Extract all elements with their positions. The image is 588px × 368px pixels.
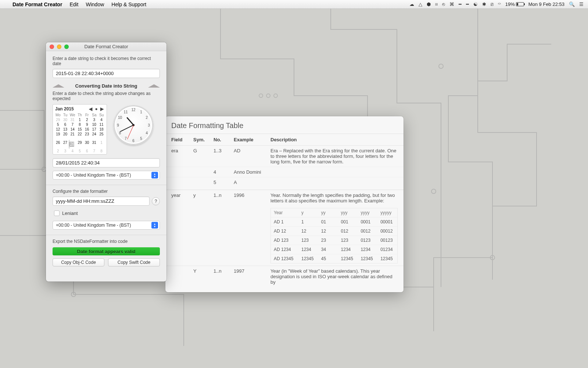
- headphones-icon[interactable]: ⎋: [442, 1, 445, 7]
- copy-objc-button[interactable]: Copy Obj-C Code: [53, 258, 104, 266]
- calendar-day[interactable]: 5: [54, 122, 62, 127]
- calendar-day[interactable]: 19: [54, 132, 62, 137]
- dash2-icon[interactable]: ━: [466, 1, 469, 7]
- era-ex-0: AD: [234, 148, 270, 153]
- display-icon[interactable]: ⎚: [491, 1, 494, 7]
- calendar-next-icon[interactable]: ▶: [100, 106, 104, 112]
- calendar-day[interactable]: 10: [91, 122, 98, 127]
- puzzle-icon[interactable]: ✱: [482, 1, 486, 7]
- timezone-1-value: +00:00 - United Kingdom Time - (BST): [56, 173, 131, 178]
- calendar-day[interactable]: 8: [98, 149, 105, 153]
- clock-numeral: 5: [140, 137, 142, 141]
- dropbox-icon[interactable]: ⬢: [427, 1, 431, 7]
- calendar-day[interactable]: 25: [98, 132, 105, 137]
- calendar-day[interactable]: 2: [54, 149, 62, 153]
- menu-help[interactable]: Help & Support: [111, 1, 146, 7]
- calendar-day[interactable]: 11: [98, 122, 105, 127]
- calendar-day[interactable]: 24: [91, 132, 98, 137]
- date-string-input[interactable]: [53, 69, 160, 78]
- leniant-checkbox[interactable]: [54, 210, 60, 216]
- timezone-select-1[interactable]: +00:00 - United Kingdom Time - (BST) ▲▼: [53, 171, 160, 180]
- snail-icon[interactable]: ☯: [473, 1, 478, 7]
- calendar-day[interactable]: 20: [62, 132, 69, 137]
- calendar-day[interactable]: 13: [62, 127, 69, 132]
- calendar-day[interactable]: 1: [76, 117, 83, 122]
- calendar-today-icon[interactable]: ●: [94, 106, 98, 112]
- calendar-day[interactable]: 29: [54, 117, 62, 122]
- app-menu[interactable]: Date Format Creator: [12, 1, 62, 7]
- calendar-day[interactable]: 26: [54, 137, 62, 149]
- notification-center-icon[interactable]: ☰: [579, 1, 584, 7]
- calendar-picker[interactable]: Jan 2015 ◀ ● ▶ MoTuWeThFrSaSu29303112345…: [53, 104, 107, 155]
- dash1-icon[interactable]: ━: [459, 1, 462, 7]
- calendar-day[interactable]: 14: [69, 127, 76, 132]
- year-desc-cell: Year. Normally the length specifies the …: [270, 192, 398, 263]
- triangle-icon[interactable]: △: [419, 1, 422, 7]
- format-string-input[interactable]: [53, 197, 150, 206]
- calendar-day[interactable]: 23: [83, 132, 91, 137]
- calendar-day[interactable]: 8: [76, 122, 83, 127]
- calendar-day[interactable]: 2: [83, 117, 91, 122]
- copy-swift-button[interactable]: Copy Swift Code: [108, 258, 160, 266]
- close-button[interactable]: [50, 45, 54, 49]
- calendar-day[interactable]: 31: [91, 137, 98, 149]
- year-no: 1..n: [214, 192, 234, 263]
- calendar-day[interactable]: 6: [62, 122, 69, 127]
- help-button[interactable]: ?: [152, 197, 160, 205]
- calendar-day[interactable]: 29: [76, 137, 83, 149]
- calendar-day[interactable]: 4: [69, 149, 76, 153]
- calendar-prev-icon[interactable]: ◀: [88, 106, 93, 112]
- calendar-day[interactable]: 9: [83, 122, 91, 127]
- leniant-label: Leniant: [62, 210, 78, 216]
- menu-edit[interactable]: Edit: [69, 1, 78, 7]
- spotlight-icon[interactable]: 🔍: [569, 1, 575, 7]
- calendar-day[interactable]: 3: [62, 149, 69, 153]
- calendar-day[interactable]: 5: [76, 149, 83, 153]
- mini-cell: 0123: [358, 236, 377, 245]
- calendar-day[interactable]: 15: [76, 127, 83, 132]
- calendar-day[interactable]: 17: [91, 127, 98, 132]
- date-formatting-table-window: Date Formatting Table Field Sym. No. Exa…: [165, 116, 404, 292]
- clock-numeral: 2: [146, 116, 148, 120]
- era-no-1: 4: [214, 169, 234, 175]
- window-titlebar[interactable]: Date Format Creator: [46, 42, 166, 51]
- date-format-creator-window: Date Format Creator Enter a date string …: [46, 42, 166, 282]
- calendar-day[interactable]: 3: [91, 117, 98, 122]
- ghost-icon[interactable]: ☁: [409, 1, 414, 7]
- mini-cell: 0012: [358, 226, 377, 236]
- calendar-day[interactable]: 4: [98, 117, 105, 122]
- calendar-day[interactable]: 30: [83, 137, 91, 149]
- paperclip-icon[interactable]: ⌗: [435, 1, 438, 7]
- era-field: era: [171, 148, 193, 153]
- yearweek-sym: Y: [193, 268, 214, 285]
- calendar-day[interactable]: 27: [62, 137, 69, 149]
- calendar-day[interactable]: 18: [98, 127, 105, 132]
- calendar-day[interactable]: 7: [91, 149, 98, 153]
- table-row-year-week: Y 1..n 1997 Year (in "Week of Year" base…: [165, 266, 404, 287]
- timezone-2-value: +00:00 - United Kingdom Time - (BST): [56, 223, 131, 228]
- timezone-select-2[interactable]: +00:00 - United Kingdom Time - (BST) ▲▼: [53, 221, 160, 230]
- minimize-button[interactable]: [57, 45, 61, 49]
- calendar-day[interactable]: 21: [69, 132, 76, 137]
- calendar-day[interactable]: 30: [62, 117, 69, 122]
- calendar-day[interactable]: 1: [98, 137, 105, 149]
- calendar-day[interactable]: 28: [69, 140, 70, 149]
- era-sym: G: [193, 148, 214, 153]
- wifi-icon[interactable]: ⌔: [498, 1, 501, 7]
- tool-icon[interactable]: ⌘: [449, 1, 454, 7]
- col-description: Description: [270, 137, 398, 142]
- menubar-clock[interactable]: Mon 9 Feb 22:53: [528, 1, 564, 7]
- menu-window[interactable]: Window: [86, 1, 104, 7]
- table-row-year: year y 1..n 1996 Year. Normally the leng…: [165, 190, 404, 266]
- calendar-day[interactable]: 31: [69, 117, 76, 122]
- date-output-field[interactable]: [53, 158, 160, 167]
- calendar-day[interactable]: 6: [83, 149, 91, 153]
- calendar-day[interactable]: 7: [69, 122, 76, 127]
- era-desc: Era – Replaced with the Era string for t…: [270, 148, 398, 164]
- battery-status[interactable]: 19%: [505, 1, 524, 7]
- zoom-button[interactable]: [64, 45, 69, 49]
- year-mini-table: YearyyyyyyyyyyyyyyyAD 1101001000100001AD…: [270, 208, 398, 263]
- calendar-day[interactable]: 16: [83, 127, 91, 132]
- calendar-day[interactable]: 12: [54, 127, 62, 132]
- calendar-day[interactable]: 22: [76, 132, 83, 137]
